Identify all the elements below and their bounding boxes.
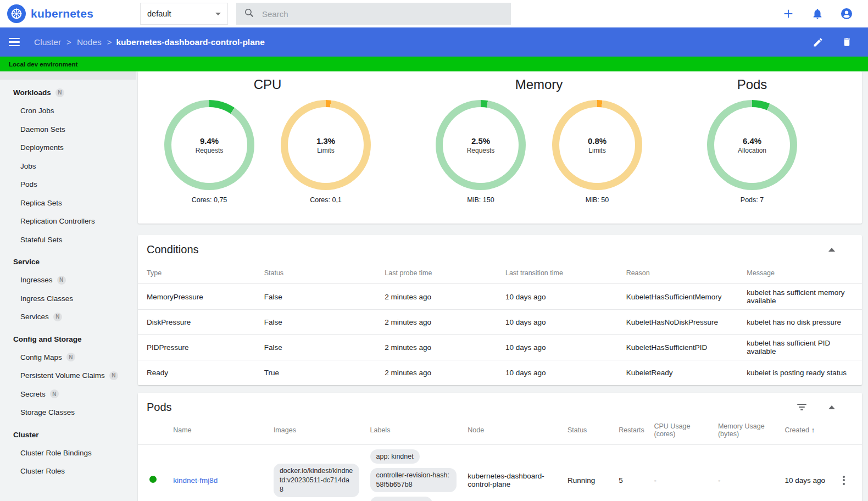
- sidebar-section-workloads[interactable]: WorkloadsN: [0, 84, 136, 102]
- sidebar-item-replica-sets[interactable]: Replica Sets: [0, 194, 136, 213]
- pod-created-cell: 10 days ago: [779, 444, 837, 501]
- column-header-label: Name: [173, 426, 191, 434]
- condition-cell-message: kubelet has sufficient memory available: [741, 284, 862, 310]
- sidebar-item-ingress-classes[interactable]: Ingress Classes: [0, 290, 136, 308]
- pod-status-cell: [138, 444, 168, 501]
- sidebar-item-deployments[interactable]: Deployments: [0, 138, 136, 157]
- sidebar-item-label: Cluster Roles: [20, 467, 65, 475]
- main-content: CPU9.4%RequestsCores: 0,751.3%LimitsCore…: [136, 71, 868, 501]
- column-header-images[interactable]: Images: [268, 417, 365, 445]
- column-header-message: Message: [741, 264, 862, 284]
- namespace-selected-value: default: [147, 9, 171, 18]
- chart-group-cpu: CPU9.4%RequestsCores: 0,751.3%LimitsCore…: [164, 77, 371, 204]
- sidebar-item-cron-jobs[interactable]: Cron Jobs: [0, 102, 136, 120]
- sidebar-item-stateful-sets[interactable]: Stateful Sets: [0, 231, 136, 249]
- conditions-collapse-button[interactable]: [828, 248, 835, 252]
- gauge-footer: MiB: 50: [552, 196, 642, 204]
- chart-title: Memory: [436, 77, 642, 92]
- breadcrumb-link-cluster[interactable]: Cluster: [34, 37, 61, 47]
- donut-chart: 9.4%Requests: [164, 100, 254, 190]
- condition-cell-reason: KubeletHasSufficientPID: [621, 335, 742, 360]
- conditions-title: Conditions: [147, 243, 199, 256]
- sidebar-section-service[interactable]: Service: [0, 253, 136, 271]
- sidebar-item-label: Secrets: [20, 390, 46, 398]
- gauge-footer: Cores: 0,1: [281, 196, 371, 204]
- column-header-name[interactable]: Name: [168, 417, 268, 445]
- pods-header-row: NameImagesLabelsNodeStatusRestartsCPU Us…: [138, 417, 862, 445]
- condition-cell-last-transition-time: 10 days ago: [500, 360, 621, 385]
- sidebar-item-config-maps[interactable]: Config MapsN: [0, 348, 136, 367]
- gauge-label: Requests: [467, 147, 495, 154]
- sidebar-item-services[interactable]: ServicesN: [0, 308, 136, 326]
- top-app-bar: kubernetes default: [0, 0, 868, 27]
- condition-cell-last-probe-time: 2 minutes ago: [379, 335, 500, 360]
- namespace-selector[interactable]: default: [140, 3, 228, 25]
- breadcrumb: Cluster>Nodes>: [34, 37, 112, 47]
- condition-cell-last-transition-time: 10 days ago: [500, 284, 621, 310]
- delete-trash-button[interactable]: [839, 35, 854, 49]
- pod-images-cell: docker.io/kindest/kindnetd:v20230511-dc7…: [268, 444, 365, 501]
- gauge-label: Limits: [316, 147, 335, 154]
- gauge-center: 1.3%Limits: [316, 136, 335, 154]
- chart-group-pods: Pods6.4%AllocationPods: 7: [707, 77, 797, 204]
- menu-hamburger-button[interactable]: [9, 36, 22, 49]
- create-resource-button[interactable]: [781, 7, 795, 21]
- pods-table-body: kindnet-fmj8ddocker.io/kindest/kindnetd:…: [138, 444, 862, 501]
- sidebar-section-config-and-storage[interactable]: Config and Storage: [0, 330, 136, 348]
- column-header-node[interactable]: Node: [462, 417, 562, 445]
- chart-title: CPU: [164, 77, 371, 92]
- breadcrumb-link-nodes[interactable]: Nodes: [77, 37, 102, 47]
- sidebar-item-daemon-sets[interactable]: Daemon Sets: [0, 120, 136, 139]
- sidebar-item-replication-controllers[interactable]: Replication Controllers: [0, 212, 136, 231]
- conditions-header-row: TypeStatusLast probe timeLast transition…: [138, 264, 862, 284]
- search-input[interactable]: [262, 9, 503, 19]
- pod-cpu-usage-cell: -: [648, 444, 712, 501]
- sidebar-item-pods[interactable]: Pods: [0, 175, 136, 194]
- account-circle-button[interactable]: [839, 7, 854, 21]
- sidebar-item-ingresses[interactable]: IngressesN: [0, 271, 136, 290]
- kubernetes-logo-icon: [7, 4, 26, 23]
- sidebar-item-cluster-roles[interactable]: Cluster Roles: [0, 462, 136, 481]
- condition-cell-message: kubelet has no disk pressure: [741, 310, 862, 335]
- condition-cell-reason: KubeletReady: [621, 360, 742, 385]
- new-badge: N: [57, 276, 66, 285]
- breadcrumb-bar: Cluster>Nodes> kubernetes-dashboard-cont…: [0, 27, 868, 57]
- sidebar-selected-item-partial: [0, 71, 136, 80]
- column-header-cpu-usage-cores[interactable]: CPU Usage (cores): [648, 417, 712, 445]
- new-badge: N: [55, 88, 64, 97]
- label-chip: app: kindnet: [370, 449, 420, 464]
- sidebar-item-label: Daemon Sets: [20, 125, 65, 133]
- sidebar-item-secrets[interactable]: SecretsN: [0, 385, 136, 404]
- conditions-card: Conditions TypeStatusLast probe timeLast…: [138, 235, 862, 385]
- column-header-last-transition-time: Last transition time: [500, 264, 621, 284]
- gauge-value: 2.5%: [467, 136, 495, 146]
- condition-cell-last-probe-time: 2 minutes ago: [379, 360, 500, 385]
- allocation-charts-card: CPU9.4%RequestsCores: 0,751.3%LimitsCore…: [138, 71, 862, 224]
- sidebar-item-label: Ingresses: [20, 276, 53, 284]
- pods-filter-icon[interactable]: [797, 404, 806, 410]
- sidebar-section-cluster[interactable]: Cluster: [0, 426, 136, 444]
- column-header-created[interactable]: Created↑: [779, 417, 837, 445]
- more-vertical-dots-button[interactable]: [843, 476, 845, 485]
- notifications-bell-button[interactable]: [810, 7, 825, 21]
- pods-collapse-button[interactable]: [828, 405, 835, 409]
- pod-name-link[interactable]: kindnet-fmj8d: [173, 476, 218, 485]
- gauge-label: Limits: [588, 147, 607, 154]
- column-header-labels[interactable]: Labels: [365, 417, 463, 445]
- label-chip-stack: app: kindnetcontroller-revision-hash: 58…: [370, 449, 457, 501]
- breadcrumb-current: kubernetes-dashboard-control-plane: [116, 37, 264, 47]
- pods-table-head: NameImagesLabelsNodeStatusRestartsCPU Us…: [138, 417, 862, 445]
- sidebar-item-persistent-volume-claims[interactable]: Persistent Volume ClaimsN: [0, 366, 136, 385]
- column-header-restarts[interactable]: Restarts: [613, 417, 648, 445]
- condition-cell-type: MemoryPressure: [138, 284, 259, 310]
- environment-banner-text: Local dev environment: [9, 61, 77, 68]
- edit-pencil-button[interactable]: [811, 35, 825, 49]
- sidebar-nav: WorkloadsNCron JobsDaemon SetsDeployment…: [0, 71, 136, 501]
- column-header-memory-usage-bytes[interactable]: Memory Usage (bytes): [713, 417, 779, 445]
- column-header-status[interactable]: Status: [562, 417, 613, 445]
- new-badge: N: [109, 371, 118, 380]
- sidebar-item-jobs[interactable]: Jobs: [0, 157, 136, 176]
- sidebar-item-cluster-role-bindings[interactable]: Cluster Role Bindings: [0, 444, 136, 463]
- sidebar-item-storage-classes[interactable]: Storage Classes: [0, 403, 136, 422]
- condition-cell-reason: KubeletHasSufficientMemory: [621, 284, 742, 310]
